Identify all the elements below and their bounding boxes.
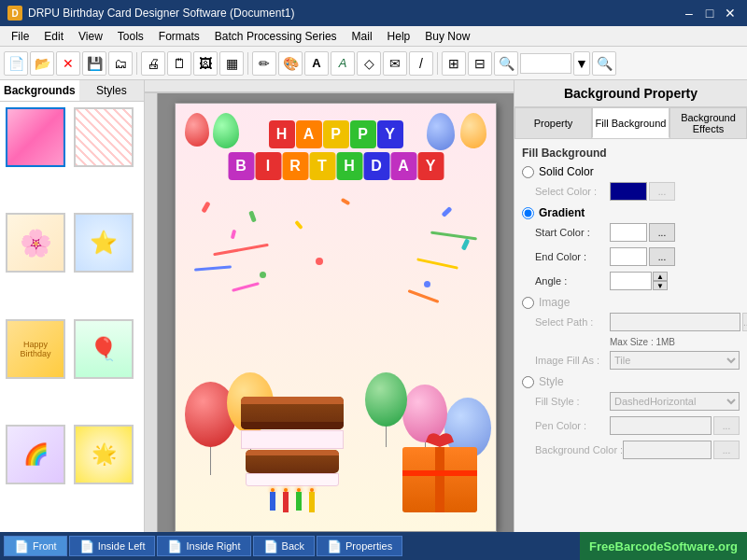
- menu-batch[interactable]: Batch Processing Series: [207, 28, 345, 45]
- maximize-button[interactable]: □: [700, 4, 719, 22]
- angle-spin: ▲ ▼: [653, 272, 668, 290]
- bottom-logo[interactable]: FreeBarcodeSoftware.org: [580, 532, 747, 560]
- toolbar-sep2: [247, 52, 248, 75]
- angle-down-btn[interactable]: ▼: [653, 281, 668, 290]
- minimize-button[interactable]: –: [680, 4, 698, 22]
- delete-button[interactable]: ✕: [56, 51, 80, 76]
- tab-fill-background[interactable]: Fill Background: [592, 107, 669, 138]
- bg-color-browse-btn[interactable]: ...: [713, 441, 740, 459]
- image-label[interactable]: Image: [539, 296, 570, 309]
- open-button[interactable]: 📂: [30, 51, 54, 76]
- tab-front[interactable]: 📄 Front: [4, 536, 67, 556]
- menu-formats[interactable]: Formats: [151, 28, 207, 45]
- wordart-button[interactable]: A: [331, 51, 355, 76]
- start-color-box[interactable]: [610, 223, 647, 242]
- zoom-in-button[interactable]: 🔍: [494, 51, 518, 76]
- new-button[interactable]: 📄: [4, 51, 28, 76]
- solid-color-browse-btn[interactable]: ...: [649, 182, 675, 201]
- gradient-radio[interactable]: [522, 207, 534, 219]
- style-label[interactable]: Style: [539, 375, 564, 388]
- front-icon: 📄: [14, 539, 29, 553]
- card-content: H A P P Y B I R T H D A Y: [176, 104, 496, 531]
- tab-inside-right[interactable]: 📄 Inside Right: [157, 536, 250, 556]
- tab-background-effects[interactable]: Background Effects: [669, 107, 747, 138]
- image-fill-select[interactable]: Tile Stretch Center: [610, 351, 740, 370]
- shape-button[interactable]: ◇: [357, 51, 381, 76]
- close-button[interactable]: ✕: [721, 4, 740, 22]
- zoom-control: 150% ▼: [520, 51, 590, 76]
- barcode-button[interactable]: ▦: [219, 51, 244, 76]
- line-button[interactable]: /: [409, 51, 433, 76]
- canvas-area[interactable]: H A P P Y B I R T H D A Y: [145, 80, 514, 532]
- solid-color-box[interactable]: [610, 182, 647, 201]
- bg-color-row: Background Color : ...: [522, 441, 740, 459]
- start-color-browse-btn[interactable]: ...: [649, 223, 675, 242]
- gradient-label[interactable]: Gradient: [539, 206, 585, 219]
- solid-color-radio[interactable]: [522, 166, 534, 178]
- toolbar-sep1: [136, 52, 137, 75]
- image-radio[interactable]: [522, 297, 534, 309]
- inside-left-icon: 📄: [79, 539, 94, 553]
- tab-properties[interactable]: 📄 Properties: [317, 536, 402, 556]
- tab-backgrounds[interactable]: Backgrounds: [0, 80, 79, 101]
- pen-color-browse-btn[interactable]: ...: [713, 416, 740, 435]
- select-path-input[interactable]: [610, 313, 740, 331]
- angle-up-btn[interactable]: ▲: [653, 272, 668, 281]
- table-button[interactable]: ⊞: [442, 51, 466, 76]
- toolbar-sep3: [437, 52, 438, 75]
- bg-thumb-6[interactable]: 🎈: [74, 319, 134, 379]
- bg-thumb-2[interactable]: [74, 107, 134, 167]
- tab-property[interactable]: Property: [514, 107, 592, 138]
- menu-edit[interactable]: Edit: [36, 28, 71, 45]
- zoom-out-button[interactable]: 🔍: [592, 51, 616, 76]
- select-color-row: Select Color : ...: [522, 182, 740, 201]
- save-button[interactable]: 💾: [82, 51, 106, 76]
- start-color-row: Start Color : ...: [522, 223, 740, 242]
- menu-help[interactable]: Help: [380, 28, 418, 45]
- bg-color-box[interactable]: [623, 441, 712, 459]
- fill-style-label: Fill Style :: [535, 396, 610, 407]
- zoom-dropdown-button[interactable]: ▼: [573, 51, 590, 76]
- menu-file[interactable]: File: [4, 28, 36, 45]
- menu-tools[interactable]: Tools: [110, 28, 151, 45]
- app-title: DRPU Birthday Card Designer Software (Do…: [28, 7, 294, 20]
- fill-style-select[interactable]: DashedHorizontal: [610, 392, 740, 411]
- bottom-bar: 📄 Front 📄 Inside Left 📄 Inside Right 📄 B…: [0, 532, 747, 560]
- solid-color-label[interactable]: Solid Color: [539, 165, 594, 178]
- symbol-button[interactable]: ✉: [383, 51, 407, 76]
- fill-style-row: Fill Style : DashedHorizontal: [522, 392, 740, 411]
- balloons-left: [185, 113, 239, 148]
- menu-mail[interactable]: Mail: [345, 28, 380, 45]
- logo-text: FreeBarcodeSoftware.org: [589, 539, 738, 553]
- print-preview-button[interactable]: 🗒: [167, 51, 191, 76]
- end-color-box[interactable]: [610, 247, 647, 266]
- print-button[interactable]: 🖨: [141, 51, 165, 76]
- tab-back[interactable]: 📄 Back: [253, 536, 315, 556]
- tab-styles[interactable]: Styles: [79, 80, 144, 101]
- draw-button[interactable]: ✏: [252, 51, 276, 76]
- bg-thumb-8[interactable]: 🌟: [74, 425, 134, 484]
- paint-button[interactable]: 🎨: [278, 51, 303, 76]
- bg-thumb-4[interactable]: ⭐: [74, 213, 134, 273]
- text-button[interactable]: A: [304, 51, 329, 76]
- end-color-browse-btn[interactable]: ...: [649, 247, 675, 266]
- image-button[interactable]: 🖼: [193, 51, 218, 76]
- left-panel: Backgrounds Styles 🌸 ⭐ HappyBirthday: [0, 80, 145, 532]
- zoom-input[interactable]: 150%: [520, 53, 571, 74]
- bg-thumb-7[interactable]: 🌈: [6, 425, 65, 484]
- style-radio[interactable]: [522, 376, 534, 388]
- bg-thumb-1[interactable]: [6, 107, 65, 167]
- menu-buy[interactable]: Buy Now: [417, 28, 477, 45]
- menu-view[interactable]: View: [71, 28, 110, 45]
- layout-button[interactable]: ⊟: [468, 51, 492, 76]
- bg-thumb-5[interactable]: HappyBirthday: [6, 319, 65, 379]
- style-row: Style: [522, 375, 740, 388]
- select-path-browse-btn[interactable]: ...: [742, 313, 747, 331]
- tab-inside-left[interactable]: 📄 Inside Left: [69, 536, 156, 556]
- pen-color-row: Pen Color : ...: [522, 416, 740, 435]
- ruler-svg: [145, 80, 514, 93]
- save-as-button[interactable]: 🗂: [108, 51, 133, 76]
- bg-thumb-3[interactable]: 🌸: [6, 213, 65, 273]
- angle-input[interactable]: 359: [610, 272, 652, 290]
- pen-color-box[interactable]: [610, 416, 712, 435]
